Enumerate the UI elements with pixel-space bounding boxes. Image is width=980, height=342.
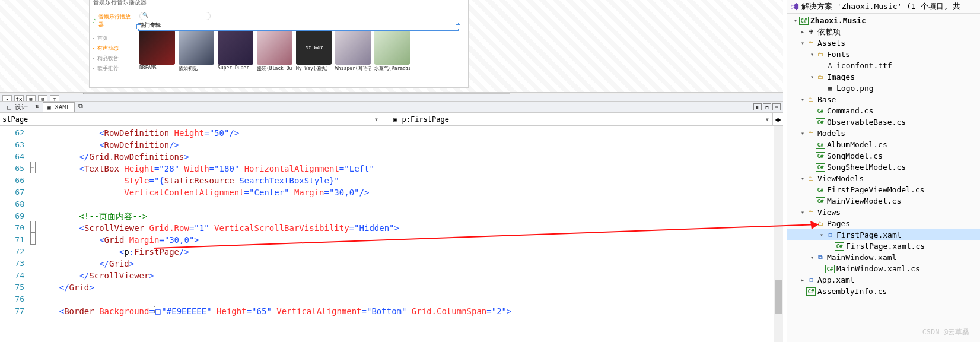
csharp-file-icon: C# <box>816 107 825 115</box>
expand-icon[interactable]: ▾ <box>809 254 816 261</box>
tree-item[interactable]: C#FirstPageViewModel.cs <box>787 184 980 195</box>
fold-toggle[interactable]: − <box>30 233 36 245</box>
code-line[interactable]: </Grid> <box>39 281 774 293</box>
tree-item-label: 依赖项 <box>817 27 841 37</box>
editor-vscrollbar[interactable] <box>774 126 783 342</box>
scrollbar-thumb[interactable] <box>775 280 782 314</box>
tree-item[interactable]: C#Command.cs <box>787 105 980 116</box>
expand-icon[interactable]: ▾ <box>818 232 825 238</box>
tree-item-label: ObservableBase.cs <box>827 118 906 126</box>
csharp-file-icon: C# <box>816 141 825 149</box>
expand-icon[interactable]: ▾ <box>792 17 799 24</box>
tab-xaml[interactable]: ▣ XAML <box>43 102 75 112</box>
tree-project-root[interactable]: ▾ C# Zhaoxi.Music <box>787 15 980 26</box>
csharp-file-icon: C# <box>816 163 825 172</box>
expand-icon[interactable]: ▸ <box>799 277 806 283</box>
popout-icon[interactable]: ⧉ <box>78 102 83 112</box>
code-text-area[interactable]: <RowDefinition Height="50"/> <RowDefinit… <box>37 126 774 342</box>
type-dropdown[interactable]: stPage▾ <box>0 113 381 125</box>
tree-item[interactable]: ▸⁜依赖项 <box>787 26 980 37</box>
preview-sidebar-item: ·歌手推荐 <box>92 64 133 74</box>
tree-item-label: Logo.png <box>836 84 874 93</box>
project-name: Zhaoxi.Music <box>810 16 866 25</box>
tree-item[interactable]: ▾🗀Assets <box>787 37 980 49</box>
swap-panes-icon[interactable]: ⇅ <box>35 102 39 112</box>
fold-toggle[interactable]: − <box>30 221 36 233</box>
tree-item[interactable]: ▾🗀ViewModels <box>787 173 980 184</box>
expand-icon[interactable]: ▾ <box>809 51 816 58</box>
code-editor[interactable]: 62636465666768697071727374757677 −−− <Ro… <box>0 126 783 342</box>
tree-item[interactable]: ▦Logo.png <box>787 83 980 94</box>
code-line[interactable]: <TextBox Height="28" Width="180" Horizon… <box>39 163 774 175</box>
tree-item[interactable]: ▾🗀Fonts <box>787 49 980 60</box>
collapse-pane-icon[interactable]: ▭ <box>772 103 781 110</box>
preview-album: 盛装(Black Out) <box>257 30 292 72</box>
csharp-file-icon: C# <box>825 265 835 273</box>
code-line[interactable]: </Grid.RowDefinitions> <box>39 151 774 163</box>
selection-adorner[interactable] <box>138 23 459 31</box>
solution-tree[interactable]: ▾ C# Zhaoxi.Music ▸⁜依赖项▾🗀Assets▾🗀FontsAi… <box>787 14 980 298</box>
tree-item[interactable]: Aiconfont.ttf <box>787 60 980 71</box>
tab-design[interactable]: □ 设计 <box>4 102 31 112</box>
expand-icon[interactable]: ▾ <box>809 74 816 80</box>
code-line[interactable]: <Grid Margin="30,0"> <box>39 234 774 246</box>
design-xaml-split-bar: □ 设计 ⇅ ▣ XAML ⧉ ◧ ⬒ ▭ <box>0 101 783 113</box>
code-line[interactable]: <!--页面内容--> <box>39 210 774 222</box>
tree-item[interactable]: ▾🗀Models <box>787 128 980 139</box>
fold-toggle[interactable]: − <box>30 162 36 173</box>
tree-item[interactable]: ▸⧉App.xaml <box>787 274 980 286</box>
expand-icon[interactable]: ▾ <box>799 175 806 182</box>
tree-item[interactable]: C#MainWindow.xaml.cs <box>787 263 980 274</box>
csharp-file-icon: C# <box>816 186 825 194</box>
preview-album: MY WAYMy Way(偏执) <box>296 30 332 72</box>
csharp-file-icon: C# <box>816 197 825 205</box>
code-line[interactable]: </ScrollViewer> <box>39 270 774 281</box>
tree-item[interactable]: ▾🗀Images <box>787 71 980 83</box>
preview-brand: ♪音娱乐行播放器 <box>92 13 133 28</box>
code-line[interactable]: <RowDefinition Height="50"/> <box>39 127 774 139</box>
expand-icon[interactable]: ▾ <box>799 209 806 216</box>
expand-icon[interactable]: ▾ <box>799 96 806 103</box>
split-editor-button[interactable]: ✚ <box>772 113 783 125</box>
tree-item[interactable]: C#FirstPage.xaml.cs <box>787 240 980 252</box>
tree-item[interactable]: C#AlbumModel.cs <box>787 139 980 150</box>
tree-item-label: AlbumModel.cs <box>827 140 887 149</box>
tree-item[interactable]: C#ObservableBase.cs <box>787 116 980 128</box>
tree-item[interactable]: C#SongSheetModel.cs <box>787 162 980 173</box>
expand-icon[interactable]: ▾ <box>799 40 806 46</box>
tree-item-label: Pages <box>827 219 850 228</box>
split-horizontal-icon[interactable]: ⬒ <box>763 103 771 110</box>
tree-item-label: FirstPage.xaml.cs <box>846 242 925 251</box>
tree-item[interactable]: C#MainViewModel.cs <box>787 195 980 207</box>
preview-album-row: DREAMS依如初见Super Duper盛装(Black Out)MY WAY… <box>139 30 468 72</box>
code-line[interactable]: <p:FirstPage/> <box>39 246 774 258</box>
tree-item[interactable]: ▾⧉MainWindow.xaml <box>787 252 980 263</box>
expand-icon[interactable]: ▾ <box>809 220 816 227</box>
tree-item[interactable]: ▾🗀Base <box>787 94 980 105</box>
tree-item-label: SongSheetModel.cs <box>827 163 906 172</box>
code-line[interactable] <box>39 198 774 210</box>
tree-item[interactable]: C#SongModel.cs <box>787 150 980 162</box>
preview-album: Whisper(耳语者) <box>335 30 371 72</box>
tree-item[interactable]: C#AssemblyInfo.cs <box>787 286 980 297</box>
code-line[interactable]: Style="{StaticResource SearchTextBoxStyl… <box>39 175 774 186</box>
outlining-margin[interactable]: −−− <box>28 126 37 342</box>
xaml-designer-surface[interactable]: 音娱乐行音乐播放器 ♪音娱乐行播放器 ·首页·有声动态·精品收音·歌手推荐 🔍 … <box>0 0 783 93</box>
tree-item[interactable]: ▾🗀Views <box>787 207 980 218</box>
code-line[interactable]: <ScrollViewer Grid.Row="1" VerticalScrol… <box>39 222 774 234</box>
solution-icon <box>791 2 799 11</box>
expand-icon[interactable]: ▾ <box>799 130 806 137</box>
code-line[interactable]: <Border Background=□"#E9EEEEE" Height="6… <box>39 305 774 317</box>
code-line[interactable]: <RowDefinition/> <box>39 139 774 151</box>
expand-icon[interactable]: ▸ <box>799 28 806 35</box>
split-vertical-icon[interactable]: ◧ <box>753 103 762 110</box>
tree-item[interactable]: ▾🗀Pages <box>787 218 980 229</box>
member-dropdown[interactable]: ▣ p:FirstPage▾ <box>381 113 772 125</box>
tree-item-label: Fonts <box>827 50 850 59</box>
chevron-down-icon: ▾ <box>374 115 378 124</box>
code-line[interactable]: VerticalContentAlignment="Center" Margin… <box>39 186 774 198</box>
code-line[interactable] <box>39 293 774 305</box>
tree-item[interactable]: ▾⧉FirstPage.xaml <box>787 229 980 240</box>
code-line[interactable]: </Grid> <box>39 258 774 270</box>
preview-sidebar-item: ·首页 <box>92 33 133 43</box>
